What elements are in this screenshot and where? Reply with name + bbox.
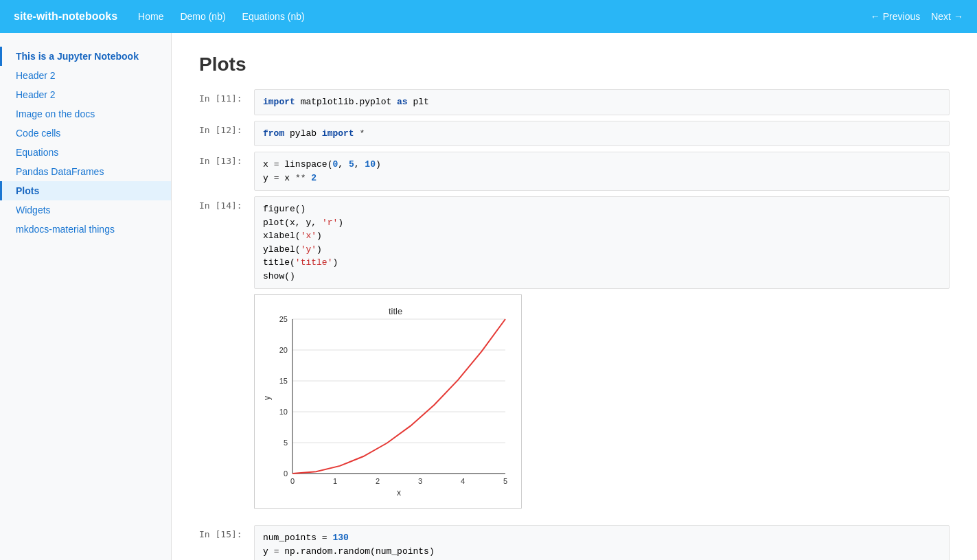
x-tick-5: 5 xyxy=(503,477,507,485)
top-navigation: site-with-notebooks Home Demo (nb) Equat… xyxy=(0,0,977,33)
parabola-curve xyxy=(292,319,505,474)
y-tick-20: 20 xyxy=(279,346,288,354)
sidebar-item-jupyter-notebook[interactable]: This is a Jupyter Notebook xyxy=(0,47,171,66)
plot-svg: title 0 5 10 15 xyxy=(262,302,516,501)
sidebar-item-code-cells[interactable]: Code cells xyxy=(0,124,171,143)
cell-11-code[interactable]: import matplotlib.pyplot as plt xyxy=(254,89,950,115)
cell-12: In [12]: from pylab import * xyxy=(199,121,950,147)
sidebar-item-header2-1[interactable]: Header 2 xyxy=(0,66,171,85)
cell-14-code[interactable]: figure() plot(x, y, 'r') xlabel('x') yla… xyxy=(254,196,950,289)
cell-11: In [11]: import matplotlib.pyplot as plt xyxy=(199,89,950,115)
cell-14: In [14]: figure() plot(x, y, 'r') xlabel… xyxy=(199,196,950,289)
page-layout: This is a Jupyter Notebook Header 2 Head… xyxy=(0,33,977,560)
cell-14-label: In [14]: xyxy=(199,196,254,211)
chart-title: title xyxy=(389,306,402,316)
nav-home[interactable]: Home xyxy=(138,11,163,22)
sidebar-item-widgets[interactable]: Widgets xyxy=(0,200,171,220)
sidebar-item-mkdocs-material[interactable]: mkdocs-material things xyxy=(0,220,171,239)
x-axis-label: x xyxy=(397,488,401,498)
x-tick-3: 3 xyxy=(418,477,422,485)
sidebar-item-plots[interactable]: Plots xyxy=(0,181,171,200)
x-tick-0: 0 xyxy=(290,477,295,485)
brand-name: site-with-notebooks xyxy=(14,10,117,23)
cell-13-code[interactable]: x = linspace(0, 5, 10) y = x ** 2 xyxy=(254,152,950,191)
arrow-right-icon: → xyxy=(954,11,963,22)
nav-equations[interactable]: Equations (nb) xyxy=(242,11,305,22)
arrow-left-icon: ← xyxy=(871,11,880,22)
nav-right: ← Previous Next → xyxy=(871,11,963,22)
previous-button[interactable]: ← Previous xyxy=(871,11,920,22)
x-tick-4: 4 xyxy=(461,477,465,485)
cell-13-label: In [13]: xyxy=(199,152,254,166)
y-tick-15: 15 xyxy=(279,377,288,385)
cell-12-code[interactable]: from pylab import * xyxy=(254,121,950,147)
next-button[interactable]: Next → xyxy=(931,11,963,22)
y-tick-0: 0 xyxy=(284,469,288,478)
y-tick-10: 10 xyxy=(279,408,288,416)
x-tick-2: 2 xyxy=(376,477,380,485)
sidebar-item-header2-2[interactable]: Header 2 xyxy=(0,85,171,104)
y-tick-25: 25 xyxy=(279,315,288,323)
sidebar-item-image-on-docs[interactable]: Image on the docs xyxy=(0,104,171,124)
cell-15-label: In [15]: xyxy=(199,525,254,539)
sidebar-item-pandas[interactable]: Pandas DataFrames xyxy=(0,162,171,181)
chart-box: title 0 5 10 15 xyxy=(254,294,522,509)
chart-output: title 0 5 10 15 xyxy=(254,294,950,511)
nav-demo[interactable]: Demo (nb) xyxy=(180,11,225,22)
sidebar: This is a Jupyter Notebook Header 2 Head… xyxy=(0,33,172,560)
cell-11-label: In [11]: xyxy=(199,89,254,104)
y-tick-5: 5 xyxy=(284,439,288,447)
cell-12-label: In [12]: xyxy=(199,121,254,135)
main-content: Plots In [11]: import matplotlib.pyplot … xyxy=(172,33,977,560)
cell-15-code[interactable]: num_points = 130 y = np.random.random(nu… xyxy=(254,525,950,560)
x-tick-1: 1 xyxy=(333,477,337,485)
cell-15: In [15]: num_points = 130 y = np.random.… xyxy=(199,525,950,560)
sidebar-item-equations[interactable]: Equations xyxy=(0,143,171,162)
cell-13: In [13]: x = linspace(0, 5, 10) y = x **… xyxy=(199,152,950,191)
page-title: Plots xyxy=(199,54,950,75)
y-axis-label: y xyxy=(262,396,272,400)
nav-links: Home Demo (nb) Equations (nb) xyxy=(138,11,871,22)
